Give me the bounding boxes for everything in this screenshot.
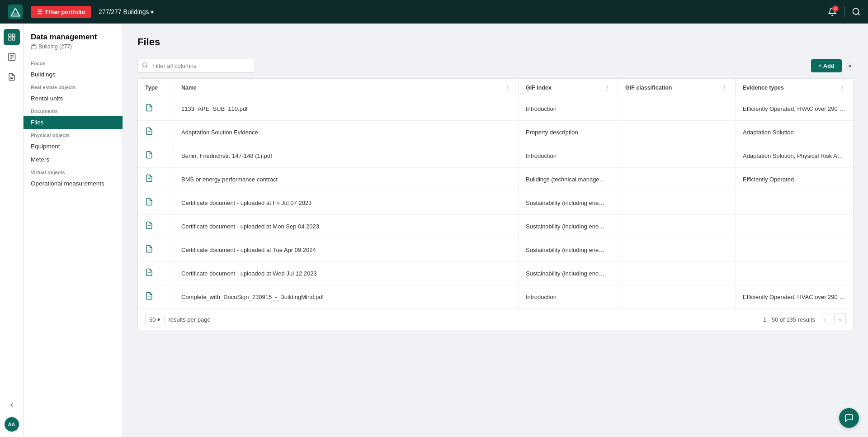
sidebar-subtitle: Building (277) <box>24 43 123 57</box>
search-button[interactable] <box>852 7 861 16</box>
sidebar-item-operational-measurements[interactable]: Operational measurements <box>24 177 123 190</box>
cell-name: 1133_APE_SUB_110.pdf <box>174 97 519 120</box>
per-page-dropdown[interactable]: 50 ▾ <box>145 314 165 325</box>
file-icon <box>145 174 153 185</box>
table-row[interactable]: BMS or energy performance contract Build… <box>138 168 853 191</box>
cell-gif-classification <box>618 121 736 144</box>
add-button[interactable]: + Add <box>811 59 842 72</box>
filter-portfolio-button[interactable]: ☰ Filter portfolio <box>31 6 91 18</box>
cell-gif-index: Sustainability (including ene… <box>519 262 618 285</box>
file-icon <box>145 198 153 208</box>
cell-gif-index: Sustainability (including ene… <box>519 191 618 214</box>
notification-badge: 4 <box>832 5 839 12</box>
prev-page-button[interactable]: ‹ <box>819 314 830 325</box>
rail-bottom: AA <box>4 397 20 432</box>
cell-type <box>138 121 174 144</box>
cell-gif-index: Property description <box>519 121 618 144</box>
col-header-gif-classification: GIF classification ⋮ <box>618 79 736 97</box>
cell-evidence-types: Efficiently Operated, HVAC over 290 kW <box>736 97 853 120</box>
table-row[interactable]: Complete_with_DocuSign_230915_-_Building… <box>138 285 853 309</box>
svg-rect-2 <box>9 34 11 36</box>
topnav-right: 4 <box>828 6 861 17</box>
svg-point-10 <box>143 63 147 67</box>
svg-rect-5 <box>12 38 14 40</box>
notifications-button[interactable]: 4 <box>828 7 837 16</box>
toolbar-right: + Add <box>811 59 854 72</box>
cell-evidence-types: Efficiently Operated <box>736 168 853 191</box>
cell-gif-classification <box>618 285 736 309</box>
cell-evidence-types: Adaptation Solution <box>736 121 853 144</box>
cell-gif-index: Sustainability (including ene… <box>519 238 618 261</box>
col-dots-name[interactable]: ⋮ <box>505 84 511 91</box>
table-row[interactable]: Certificate document - uploaded at Fri J… <box>138 191 853 215</box>
table-row[interactable]: Certificate document - uploaded at Tue A… <box>138 238 853 262</box>
sidebar-item-rental-units[interactable]: Rental units <box>24 92 123 105</box>
buildings-selector[interactable]: 277/277 Buildings ▾ <box>99 8 154 15</box>
chat-bubble-button[interactable] <box>839 408 859 428</box>
file-icon <box>145 221 153 232</box>
table-body: 1133_APE_SUB_110.pdf Introduction Effici… <box>138 97 853 309</box>
sidebar-section-virtual-objects: Virtual objects <box>24 166 123 177</box>
cell-gif-classification <box>618 191 736 214</box>
table-header: Type Name ⋮ GIF index ⋮ GIF classificati… <box>138 79 853 97</box>
cell-name: Berlin, Friedrichstr. 147-148 (1).pdf <box>174 144 519 167</box>
search-wrapper <box>137 59 255 73</box>
col-dots-gif-index[interactable]: ⋮ <box>604 84 610 91</box>
sidebar-item-meters[interactable]: Meters <box>24 153 123 166</box>
cell-gif-classification <box>618 215 736 238</box>
table-row[interactable]: Adaptation Solution Evidence Property de… <box>138 121 853 144</box>
file-icon <box>145 127 153 138</box>
cell-name: Complete_with_DocuSign_230915_-_Building… <box>174 285 519 309</box>
chevron-down-icon: ▾ <box>151 8 154 15</box>
file-icon <box>145 151 153 161</box>
col-dots-gif-class[interactable]: ⋮ <box>722 84 728 91</box>
cell-gif-index: Introduction <box>519 97 618 120</box>
sidebar-title: Data management <box>24 33 123 43</box>
col-header-evidence-types: Evidence types ⋮ <box>736 79 853 97</box>
cell-gif-index: Introduction <box>519 285 618 309</box>
cell-gif-index: Buildings (technical manage… <box>519 168 618 191</box>
file-icon <box>145 104 153 114</box>
next-page-button[interactable]: › <box>834 314 846 325</box>
sidebar-item-equipment[interactable]: Equipment <box>24 140 123 153</box>
table-toolbar: + Add <box>137 59 854 73</box>
cell-gif-classification <box>618 238 736 261</box>
table-row[interactable]: Certificate document - uploaded at Mon S… <box>138 215 853 238</box>
sidebar-item-files[interactable]: Files <box>24 116 123 129</box>
icon-rail: AA <box>0 24 24 437</box>
rail-item-reports[interactable] <box>4 69 20 85</box>
data-table: Type Name ⋮ GIF index ⋮ GIF classificati… <box>137 78 854 330</box>
table-row[interactable]: 1133_APE_SUB_110.pdf Introduction Effici… <box>138 97 853 121</box>
col-header-gif-index: GIF index ⋮ <box>519 79 618 97</box>
rail-item-data-management[interactable] <box>4 29 20 45</box>
col-header-type: Type <box>138 79 174 97</box>
svg-rect-0 <box>8 5 23 19</box>
page-title: Files <box>137 36 854 48</box>
cell-evidence-types <box>736 215 853 238</box>
per-page-chevron: ▾ <box>157 316 160 323</box>
cell-gif-classification <box>618 144 736 167</box>
table-row[interactable]: Certificate document - uploaded at Wed J… <box>138 262 853 285</box>
sidebar: Data management Building (277) Focus Bui… <box>24 24 123 437</box>
per-page-selector: 50 ▾ results per page <box>145 314 211 325</box>
sidebar-item-buildings[interactable]: Buildings <box>24 68 123 81</box>
search-icon <box>142 62 148 70</box>
cell-name: Certificate document - uploaded at Tue A… <box>174 238 519 261</box>
sidebar-section-documents: Documents <box>24 105 123 116</box>
search-input[interactable] <box>137 59 255 73</box>
col-dots-evidence[interactable]: ⋮ <box>840 84 846 91</box>
cell-type <box>138 144 174 167</box>
file-icon <box>145 292 153 302</box>
app-logo <box>7 4 24 20</box>
cell-type <box>138 238 174 261</box>
table-row[interactable]: Berlin, Friedrichstr. 147-148 (1).pdf In… <box>138 144 853 168</box>
cell-type <box>138 191 174 214</box>
rail-item-collapse[interactable] <box>4 397 20 413</box>
user-avatar[interactable]: AA <box>5 417 19 432</box>
cell-evidence-types: Adaptation Solution, Physical Risk Asses… <box>736 144 853 167</box>
sidebar-section-real-estate: Real estate objects <box>24 81 123 92</box>
table-settings-button[interactable] <box>846 62 854 70</box>
pagination-info: 1 - 50 of 135 results ‹ › <box>763 314 846 325</box>
cell-type <box>138 262 174 285</box>
rail-item-analytics[interactable] <box>4 49 20 65</box>
